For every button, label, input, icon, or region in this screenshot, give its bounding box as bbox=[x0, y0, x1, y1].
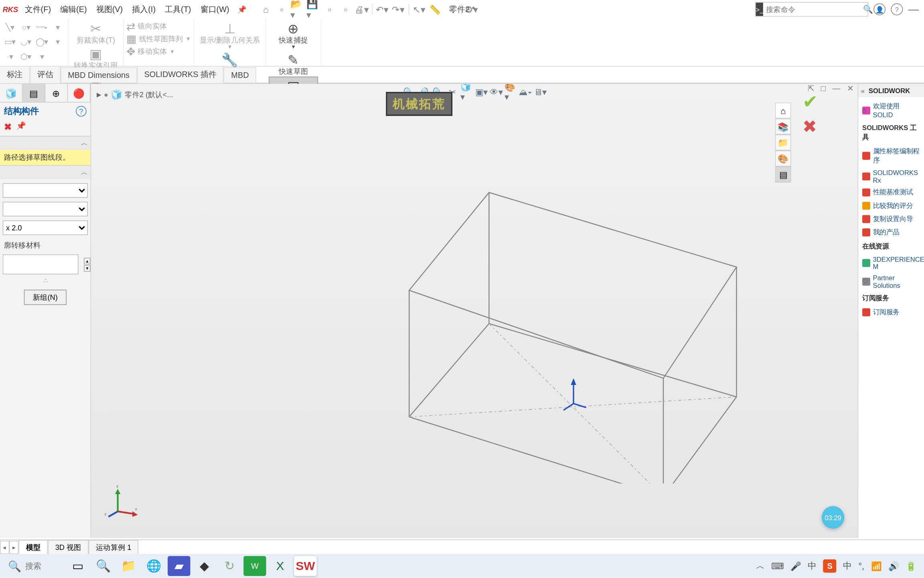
pm-help-icon[interactable]: ? bbox=[76, 106, 87, 117]
user-icon[interactable]: 👤 bbox=[873, 3, 886, 15]
mirror-label[interactable]: 镜向实体 bbox=[138, 21, 167, 31]
mdi-close-icon[interactable]: ✕ bbox=[847, 84, 854, 93]
pattern-label[interactable]: 线性草图阵列 bbox=[139, 34, 183, 44]
task-view-icon[interactable]: ▭ bbox=[67, 556, 89, 576]
tp-library-icon[interactable]: 📚 bbox=[775, 118, 791, 134]
explorer-icon[interactable]: 📁 bbox=[117, 556, 140, 576]
pin-icon[interactable]: 📌 bbox=[237, 5, 247, 14]
chevron-down-icon[interactable]: ▾ bbox=[51, 20, 65, 35]
redo-icon[interactable]: ↷▾ bbox=[391, 2, 405, 16]
chevron-down-icon[interactable]: ▼ bbox=[186, 36, 191, 42]
confirm-cancel-icon[interactable]: ✖ bbox=[802, 116, 818, 137]
search-input[interactable] bbox=[764, 5, 861, 13]
chevron-up-icon[interactable]: ︿ bbox=[81, 138, 88, 148]
hide-show-icon[interactable]: 👁▾ bbox=[490, 85, 503, 98]
menu-insert[interactable]: 插入(I) bbox=[128, 2, 160, 16]
mdi-max-icon[interactable]: □ bbox=[821, 84, 826, 93]
tp-partner[interactable]: ♡Partner Solutions bbox=[862, 273, 920, 291]
menu-window[interactable]: 窗口(W) bbox=[197, 2, 233, 16]
excel-icon[interactable]: X bbox=[269, 556, 291, 576]
ellipse-dropdown[interactable]: ◯▾ bbox=[34, 35, 49, 49]
tp-view-icon[interactable]: 🎨 bbox=[775, 151, 791, 167]
open-icon[interactable]: 📂▾ bbox=[290, 2, 305, 16]
battery-icon[interactable]: 🔋 bbox=[906, 561, 916, 571]
rapid-snap-button[interactable]: ⊕快速捕捉▼ bbox=[269, 20, 318, 51]
pm-pin-icon[interactable]: 📌 bbox=[16, 121, 26, 132]
ime-icon[interactable]: 中 bbox=[808, 560, 817, 572]
tp-perf[interactable]: 性能基准测试 bbox=[862, 186, 920, 199]
trim-button[interactable]: ✂剪裁实体(T) bbox=[71, 20, 121, 45]
rect-dropdown[interactable]: ▭▾ bbox=[3, 35, 17, 49]
point-dropdown[interactable]: ·▾ bbox=[3, 49, 17, 64]
tp-file-icon[interactable]: 📁 bbox=[775, 134, 791, 151]
tp-rx[interactable]: SOLIDWORKS Rx bbox=[862, 167, 920, 185]
line-dropdown[interactable]: ╲▾ bbox=[3, 20, 17, 35]
spin-up-icon[interactable]: ▲ bbox=[84, 257, 91, 264]
arc-dropdown[interactable]: ◡▾ bbox=[18, 35, 33, 49]
pm-tab-property[interactable]: ▤ bbox=[22, 84, 45, 102]
mic-icon[interactable]: 🎤 bbox=[790, 561, 801, 571]
new-icon[interactable]: ▫ bbox=[274, 2, 289, 16]
menu-file[interactable]: 文件(F) bbox=[21, 2, 55, 16]
menu-view[interactable]: 视图(V) bbox=[92, 2, 127, 16]
spline-dropdown[interactable]: 〰▾ bbox=[34, 20, 49, 35]
pm-size-select[interactable]: x 2.0 bbox=[3, 220, 88, 235]
tp-copy-wizard[interactable]: 复制设置向导 bbox=[862, 212, 920, 226]
start-search[interactable]: 🔍 bbox=[3, 560, 64, 572]
keyboard-icon[interactable]: ⌨ bbox=[771, 561, 784, 571]
collapse-icon[interactable]: « bbox=[861, 87, 865, 94]
sogou-icon[interactable]: S bbox=[823, 560, 836, 573]
tp-3dexp[interactable]: 3DEXPERIENCE M bbox=[862, 254, 920, 272]
taskbar-search-input[interactable] bbox=[25, 562, 59, 571]
search-app-icon[interactable]: 🔍 bbox=[92, 556, 114, 576]
tp-welcome[interactable]: ⌂欢迎使用 SOLID bbox=[862, 100, 920, 120]
save-all-icon[interactable]: ▫ bbox=[322, 2, 337, 16]
tab-prev-icon[interactable]: ◂ bbox=[0, 540, 9, 554]
chevron-down-icon[interactable]: ▼ bbox=[170, 49, 175, 55]
tray-up-icon[interactable]: ︿ bbox=[756, 560, 765, 572]
pm-standard-select[interactable] bbox=[3, 183, 88, 197]
undo-icon[interactable]: ↶▾ bbox=[375, 2, 389, 16]
breadcrumb-part[interactable]: 零件2 (默认<... bbox=[125, 90, 173, 100]
speaker-icon[interactable]: 🔊 bbox=[888, 561, 899, 571]
scene-icon[interactable]: ⛰▾ bbox=[519, 85, 532, 98]
app-dark-icon[interactable]: ◆ bbox=[193, 556, 215, 576]
view-triad[interactable]: y x z bbox=[104, 485, 138, 518]
tp-home-icon[interactable]: ⌂ bbox=[775, 102, 791, 118]
menu-edit[interactable]: 编辑(E) bbox=[56, 2, 91, 16]
command-search[interactable]: >_ 🔍 ▼ bbox=[755, 2, 868, 16]
select-icon[interactable]: ↖▾ bbox=[411, 2, 426, 16]
tab-note[interactable]: 标注 bbox=[0, 66, 30, 83]
pm-tab-config[interactable]: ⊕ bbox=[45, 84, 68, 102]
wechat-icon[interactable]: W bbox=[243, 556, 266, 576]
graphics-area[interactable]: ▶ ● 🧊 零件2 (默认<... 🔍 🔎 🔍 ✂ 🧊▾ ▣▾ 👁▾ 🎨▾ ⛰▾… bbox=[91, 84, 857, 538]
tab-mbd-dim[interactable]: MBD Dimensions bbox=[61, 67, 137, 82]
app-swirl-icon[interactable]: ↻ bbox=[218, 556, 241, 576]
expand-icon[interactable]: ▶ bbox=[97, 91, 101, 98]
ruler-icon[interactable]: 📏 bbox=[428, 2, 442, 16]
new-group-button[interactable]: 新组(N) bbox=[24, 290, 66, 305]
show-relations-button[interactable]: ⊥显示/删除几何关系▼ bbox=[197, 20, 263, 51]
move-label[interactable]: 移动实体 bbox=[138, 47, 167, 57]
tab-3dview[interactable]: 3D 视图 bbox=[48, 540, 88, 554]
tp-custom-icon[interactable]: ▤ bbox=[775, 167, 791, 183]
rapid-sketch-button[interactable]: ✎快速草图 bbox=[269, 51, 318, 77]
mdi-min-icon[interactable]: — bbox=[832, 84, 840, 93]
save-icon[interactable]: 💾▾ bbox=[306, 2, 321, 16]
confirm-ok-icon[interactable]: ✔ bbox=[802, 91, 818, 113]
solidworks-taskbar-icon[interactable]: SW bbox=[294, 556, 316, 576]
menu-tools[interactable]: 工具(T) bbox=[161, 2, 195, 16]
tp-compare[interactable]: 比较我的评分 bbox=[862, 199, 920, 212]
tab-motion[interactable]: 运动算例 1 bbox=[89, 540, 139, 554]
polygon-dropdown[interactable]: ⬡▾ bbox=[18, 49, 33, 64]
tp-my-products[interactable]: 我的产品 bbox=[862, 226, 920, 239]
help-icon[interactable]: ? bbox=[891, 3, 903, 15]
wifi-icon[interactable]: 📶 bbox=[871, 561, 882, 571]
ime-label[interactable]: 中 bbox=[843, 560, 852, 572]
pm-group-list[interactable] bbox=[3, 254, 79, 275]
tab-model[interactable]: 模型 bbox=[18, 540, 48, 554]
tab-plugins[interactable]: SOLIDWORKS 插件 bbox=[137, 66, 224, 83]
tab-mbd[interactable]: MBD bbox=[224, 67, 256, 82]
chevron-down-icon[interactable]: ▾ bbox=[51, 35, 65, 49]
pm-tab-appearance[interactable]: 🔴 bbox=[68, 84, 90, 102]
